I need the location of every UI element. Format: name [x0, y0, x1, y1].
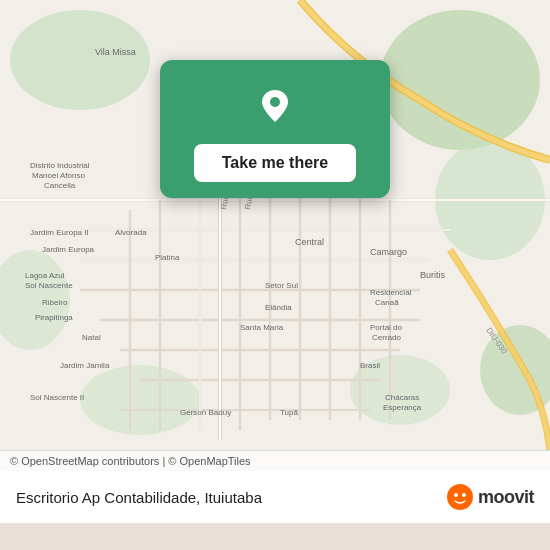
svg-text:Canaã: Canaã: [375, 298, 399, 307]
svg-text:Alvorada: Alvorada: [115, 228, 147, 237]
location-card: Take me there: [160, 60, 390, 198]
svg-text:Portal do: Portal do: [370, 323, 403, 332]
svg-text:Central: Central: [295, 237, 324, 247]
take-me-there-button[interactable]: Take me there: [194, 144, 356, 182]
moovit-brand-text: moovit: [478, 487, 534, 508]
svg-text:Residencial: Residencial: [370, 288, 412, 297]
svg-text:Chácaras: Chácaras: [385, 393, 419, 402]
svg-text:Vila Missa: Vila Missa: [95, 47, 136, 57]
svg-point-66: [270, 97, 280, 107]
svg-text:Brasil: Brasil: [360, 361, 380, 370]
attribution-text: © OpenStreetMap contributors | © OpenMap…: [10, 455, 251, 467]
svg-text:Manoel Afonso: Manoel Afonso: [32, 171, 85, 180]
svg-text:Camargo: Camargo: [370, 247, 407, 257]
svg-text:Sol Nascente: Sol Nascente: [25, 281, 73, 290]
svg-text:Ribeiro: Ribeiro: [42, 298, 68, 307]
moovit-logo: moovit: [446, 483, 534, 511]
svg-text:Cerrado: Cerrado: [372, 333, 401, 342]
svg-point-7: [80, 365, 200, 435]
svg-text:Distrito Industrial: Distrito Industrial: [30, 161, 90, 170]
svg-text:Esperança: Esperança: [383, 403, 422, 412]
svg-text:Lagoa Azul: Lagoa Azul: [25, 271, 65, 280]
svg-text:Sol Nascente II: Sol Nascente II: [30, 393, 84, 402]
svg-point-68: [454, 493, 458, 497]
map-container: Vila Missa Paranaaíba Distrito Industria…: [0, 0, 550, 550]
svg-text:Santa Maria: Santa Maria: [240, 323, 284, 332]
svg-text:Pirapitinga: Pirapitinga: [35, 313, 73, 322]
location-name: Escritorio Ap Contabilidade, Ituiutaba: [16, 489, 262, 506]
svg-text:Gerson Baduy: Gerson Baduy: [180, 408, 231, 417]
location-info-bar: Escritorio Ap Contabilidade, Ituiutaba m…: [0, 471, 550, 523]
location-pin-icon: [249, 80, 301, 132]
svg-text:Cancella: Cancella: [44, 181, 76, 190]
svg-text:Jardim Europa II: Jardim Europa II: [30, 228, 89, 237]
map-attribution: © OpenStreetMap contributors | © OpenMap…: [0, 450, 550, 471]
svg-text:Natal: Natal: [82, 333, 101, 342]
svg-text:Jardim Jamila: Jardim Jamila: [60, 361, 110, 370]
moovit-icon: [446, 483, 474, 511]
svg-point-1: [10, 10, 150, 110]
svg-text:Platina: Platina: [155, 253, 180, 262]
svg-text:Tupã: Tupã: [280, 408, 298, 417]
svg-text:Setor Sul: Setor Sul: [265, 281, 298, 290]
svg-point-69: [462, 493, 466, 497]
svg-text:Buritis: Buritis: [420, 270, 446, 280]
svg-text:Jardim Europa: Jardim Europa: [42, 245, 95, 254]
svg-point-67: [447, 484, 473, 510]
svg-text:Elândia: Elândia: [265, 303, 292, 312]
svg-point-2: [380, 10, 540, 150]
